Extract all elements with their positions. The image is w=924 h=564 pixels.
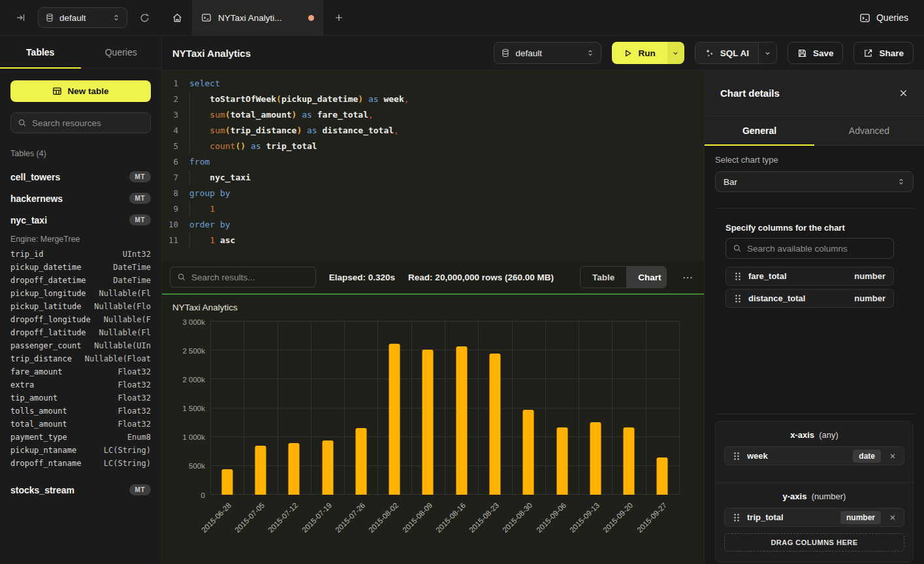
y-axis-tick-label: 500k [168, 462, 205, 470]
tab-general[interactable]: General [705, 116, 814, 145]
available-column-chip[interactable]: distance_totalnumber [725, 289, 894, 308]
bar[interactable] [590, 422, 601, 495]
code-line: 2 toStartOfWeek(pickup_datetime) as week… [162, 91, 704, 107]
specify-columns-block: Specify columns for the chart fare_total… [725, 223, 894, 308]
table-list-item[interactable]: hackernewsMT [10, 188, 151, 209]
column-list-item: dropoff_datetimeDateTime [10, 274, 151, 287]
close-icon [899, 88, 908, 98]
column-name: dropoff_longitude [10, 315, 91, 324]
axis-column-chip[interactable]: weekdate [724, 446, 904, 465]
code-line: 1select [162, 76, 704, 91]
gridline [411, 322, 412, 495]
column-chip-type: number [854, 293, 885, 303]
home-button[interactable] [162, 0, 192, 35]
x-axis-constraint: (any) [819, 430, 838, 440]
share-icon [863, 48, 873, 58]
remove-column-button[interactable] [887, 512, 898, 523]
code-content: sum(trip_distance) as distance_total, [184, 123, 399, 139]
bar[interactable] [422, 350, 434, 495]
elapsed-stat: Elapsed: 0.320s [329, 273, 395, 282]
bar[interactable] [624, 427, 635, 495]
queries-button[interactable]: Queries [859, 12, 908, 24]
bar[interactable] [389, 344, 400, 495]
table-list-item[interactable]: stocks_streamMT [10, 479, 151, 501]
collapse-sidebar-button[interactable] [13, 10, 29, 25]
bar[interactable] [289, 443, 300, 495]
chart-panel: NYTaxi Analytics 0500k1 000k1 500k2 000k… [162, 295, 704, 564]
column-name: payment_type [10, 433, 67, 442]
table-list-item[interactable]: nyc_taxiMT [10, 209, 151, 231]
line-number: 5 [162, 139, 184, 154]
new-table-button[interactable]: New table [10, 80, 151, 102]
bar[interactable] [556, 427, 567, 495]
line-number: 6 [162, 154, 184, 170]
save-button[interactable]: Save [788, 42, 844, 64]
sql-editor[interactable]: 1select2 toStartOfWeek(pickup_datetime) … [162, 71, 704, 261]
run-button[interactable]: Run [612, 42, 667, 64]
more-options-button[interactable]: ⋯ [680, 271, 696, 284]
sidebar-content: New table Tables (4) cell_towersMThacker… [0, 69, 161, 564]
column-name: trip_distance [10, 354, 72, 363]
chart-type-select[interactable]: Bar [715, 171, 914, 192]
bar[interactable] [489, 354, 500, 495]
line-number: 4 [162, 123, 184, 139]
column-list-item: total_amountFloat32 [10, 418, 151, 431]
new-tab-button[interactable] [324, 0, 354, 35]
bar[interactable] [221, 469, 232, 495]
bar[interactable] [255, 446, 266, 495]
sql-ai-options-button[interactable] [758, 42, 776, 63]
sidebar-tab-queries[interactable]: Queries [81, 36, 162, 68]
column-name: extra [10, 380, 34, 390]
sql-console-app: default NYTaxi Analyti. [0, 0, 924, 564]
resource-search-input[interactable] [32, 118, 144, 128]
results-search-input[interactable] [191, 273, 309, 282]
bar[interactable] [355, 428, 366, 495]
table-list-item[interactable]: cell_towersMT [10, 166, 151, 188]
column-name: pickup_datetime [10, 263, 81, 272]
chart-details-header: Chart details [705, 71, 924, 116]
column-name: fare_amount [10, 367, 62, 376]
refresh-button[interactable] [136, 10, 153, 26]
remove-column-button[interactable] [887, 451, 898, 461]
view-toggle: Table Chart [580, 266, 667, 288]
sql-ai-button[interactable]: SQL AI [695, 42, 758, 63]
sidebar-tab-tables[interactable]: Tables [0, 36, 81, 68]
bar[interactable] [322, 440, 333, 495]
database-selector[interactable]: default [494, 42, 601, 64]
view-toggle-table[interactable]: Table [581, 267, 626, 288]
column-type: Nullable(Fl [99, 289, 151, 298]
gridline [478, 322, 479, 495]
available-column-chip[interactable]: fare_totalnumber [725, 267, 894, 286]
bar[interactable] [523, 410, 534, 495]
database-selector[interactable]: default [38, 7, 127, 28]
columns-search-input[interactable] [747, 244, 887, 254]
close-panel-button[interactable] [899, 88, 908, 98]
engine-badge: MT [129, 214, 151, 225]
tab-advanced[interactable]: Advanced [814, 116, 924, 145]
chart-type-label: Select chart type [715, 155, 914, 165]
column-type: Nullable(Float [85, 354, 151, 363]
drag-handle-icon [734, 272, 742, 281]
tab-nytaxi-analytics[interactable]: NYTaxi Analyti... [192, 0, 324, 35]
view-toggle-chart[interactable]: Chart [626, 267, 667, 288]
table-name: stocks_stream [10, 485, 74, 495]
gridline [344, 322, 345, 495]
bar[interactable] [456, 346, 467, 495]
run-options-button[interactable] [667, 42, 684, 64]
code-line: 9 1 [162, 201, 704, 217]
gridline [679, 322, 680, 495]
code-line: 10order by [162, 217, 704, 233]
share-button[interactable]: Share [853, 42, 914, 64]
code-content: select [184, 76, 220, 91]
engine-badge: MT [129, 484, 151, 495]
terminal-icon [859, 12, 870, 24]
column-type: Nullable(F [104, 315, 151, 324]
results-search [170, 267, 316, 288]
column-list-item: fare_amountFloat32 [10, 365, 151, 378]
drag-columns-drop-zone[interactable]: DRAG COLUMNS HERE [724, 533, 904, 552]
column-name: dropoff_latitude [10, 328, 86, 337]
code-content: order by [184, 217, 231, 233]
chart-details-tabs: General Advanced [705, 116, 924, 146]
bar[interactable] [657, 457, 668, 495]
axis-column-chip[interactable]: trip_totalnumber [724, 508, 904, 527]
